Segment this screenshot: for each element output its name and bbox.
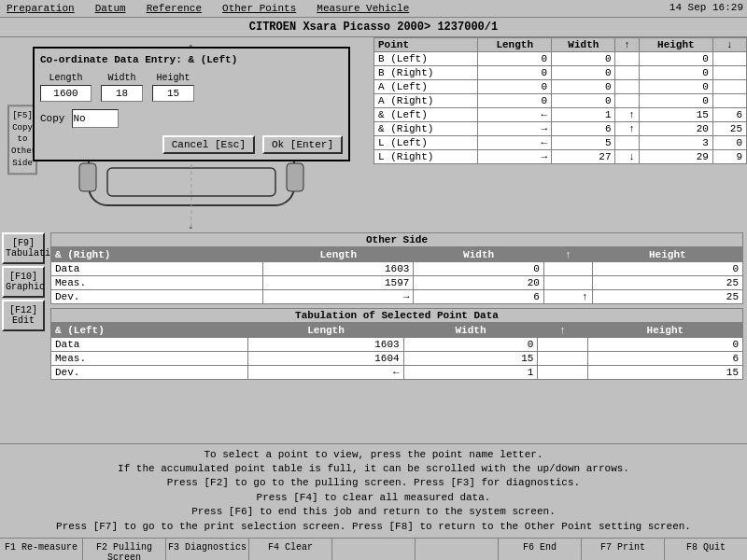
row-width: 1	[403, 365, 538, 379]
other-col-height: Height	[592, 247, 742, 261]
tab-col-length: Length	[248, 323, 403, 337]
point-height: 0	[639, 52, 712, 66]
cancel-button[interactable]: Cancel [Esc]	[162, 135, 255, 154]
width-input[interactable]	[101, 85, 143, 102]
f5-key[interactable]	[332, 539, 416, 560]
status-line-5: Press [F6] to end this job and return to…	[7, 505, 740, 519]
row-width: 20	[414, 275, 543, 289]
point-length: 0	[478, 80, 552, 94]
row-label: Dev.	[51, 289, 263, 303]
f6-end-key[interactable]: F6 End	[499, 539, 582, 560]
point-length: ←	[478, 136, 552, 150]
point-name: B (Left)	[374, 52, 478, 66]
point-down: 6	[712, 108, 746, 122]
f7-print-key[interactable]: F7 Print	[582, 539, 665, 560]
f1-remeasure-key[interactable]: F1 Re-measure	[0, 539, 83, 560]
menu-measure-vehicle[interactable]: Measure Vehicle	[314, 2, 412, 15]
point-name: & (Left)	[374, 108, 478, 122]
f5b-key[interactable]	[416, 539, 499, 560]
point-width: 0	[552, 52, 615, 66]
other-col-point: & (Right)	[51, 247, 263, 261]
copy-select[interactable]	[72, 109, 119, 128]
dialog-title: Co-ordinate Data Entry: & (Left)	[40, 54, 343, 65]
other-col-length: Length	[263, 247, 414, 261]
row-length: →	[263, 289, 414, 303]
row-label: Data	[51, 337, 248, 351]
table-row: Meas. 1597 20 25	[51, 275, 743, 289]
point-name: L (Left)	[374, 136, 478, 150]
point-height: 3	[639, 136, 712, 150]
point-length: →	[478, 150, 552, 164]
dialog-buttons: Cancel [Esc] Ok [Enter]	[40, 135, 343, 154]
table-row: & (Left) ← 1 ↑ 15 6	[374, 108, 747, 122]
point-up: ↑	[615, 122, 639, 136]
col-height: Height	[639, 38, 712, 52]
point-up	[615, 94, 639, 108]
row-up	[543, 261, 592, 275]
table-row: A (Right) 0 0 0	[374, 94, 747, 108]
lower-section: [F9]Tabulation [F10]Graphic [F12] Edit O…	[0, 229, 747, 443]
col-down-arrow: ↓	[712, 38, 746, 52]
f9-tabulation-button[interactable]: [F9]Tabulation	[2, 232, 45, 264]
table-row: B (Left) 0 0 0	[374, 52, 747, 66]
point-width: 0	[552, 94, 615, 108]
point-length: →	[478, 122, 552, 136]
length-label: Length	[49, 73, 82, 83]
point-down	[712, 52, 746, 66]
copy-label: Copy	[40, 113, 64, 124]
row-length: 1603	[248, 337, 403, 351]
point-down	[712, 66, 746, 80]
point-height: 29	[639, 150, 712, 164]
row-length: 1604	[248, 351, 403, 365]
point-width: 0	[552, 66, 615, 80]
table-row: L (Right) → 27 ↓ 29 9	[374, 150, 747, 164]
f8-quit-key[interactable]: F8 Quit	[665, 539, 747, 560]
height-input[interactable]	[152, 85, 194, 102]
length-field-group: Length	[40, 73, 92, 102]
other-col-up: ↑	[543, 247, 592, 261]
lower-tables: Other Side & (Right) Length Width ↑ Heig…	[47, 229, 747, 443]
point-height: 0	[639, 66, 712, 80]
menu-datum[interactable]: Datum	[92, 2, 129, 15]
ok-button[interactable]: Ok [Enter]	[262, 135, 343, 154]
other-side-header: & (Right) Length Width ↑ Height	[51, 247, 743, 261]
point-down: 0	[712, 136, 746, 150]
row-height: 0	[587, 337, 742, 351]
table-row: Meas. 1604 15 6	[51, 351, 743, 365]
row-width: 0	[414, 261, 543, 275]
table-row: A (Left) 0 0 0	[374, 80, 747, 94]
title-bar: CITROEN Xsara Picasso 2000> 1237000/1	[0, 18, 747, 37]
menu-preparation[interactable]: Preparation	[4, 2, 78, 15]
width-field-group: Width	[101, 73, 143, 102]
row-label: Meas.	[51, 275, 263, 289]
menu-bar: Preparation Datum Reference Other Points…	[0, 0, 747, 18]
length-input[interactable]	[40, 85, 92, 102]
svg-rect-7	[287, 163, 303, 191]
point-width: 27	[552, 150, 615, 164]
col-point: Point	[374, 38, 478, 52]
row-up: ↑	[543, 289, 592, 303]
point-up: ↓	[615, 150, 639, 164]
tab-col-up: ↑	[538, 323, 587, 337]
table-row: Data 1603 0 0	[51, 337, 743, 351]
app-layout: Preparation Datum Reference Other Points…	[0, 0, 747, 560]
point-down	[712, 80, 746, 94]
row-height: 25	[592, 289, 742, 303]
tabulation-container: Tabulation of Selected Point Data & (Lef…	[50, 308, 743, 380]
point-up	[615, 136, 639, 150]
row-up	[543, 275, 592, 289]
point-table: Point Length Width ↑ Height ↓ B (Left) 0…	[374, 37, 747, 164]
f12-edit-button[interactable]: [F12] Edit	[2, 300, 45, 331]
f2-pulling-key[interactable]: F2 Pulling Screen	[83, 539, 166, 560]
f10-graphic-button[interactable]: [F10]Graphic	[2, 266, 45, 298]
tabulation-header: & (Left) Length Width ↑ Height	[51, 323, 743, 337]
row-up	[538, 337, 587, 351]
point-down: 25	[712, 122, 746, 136]
table-row: L (Left) ← 5 3 0	[374, 136, 747, 150]
menu-reference[interactable]: Reference	[144, 2, 204, 15]
f3-diagnostics-key[interactable]: F3 Diagnostics	[166, 539, 249, 560]
row-width: 6	[414, 289, 543, 303]
menu-other-points[interactable]: Other Points	[219, 2, 299, 15]
f4-clear-key[interactable]: F4 Clear	[249, 539, 332, 560]
width-label: Width	[107, 73, 135, 83]
